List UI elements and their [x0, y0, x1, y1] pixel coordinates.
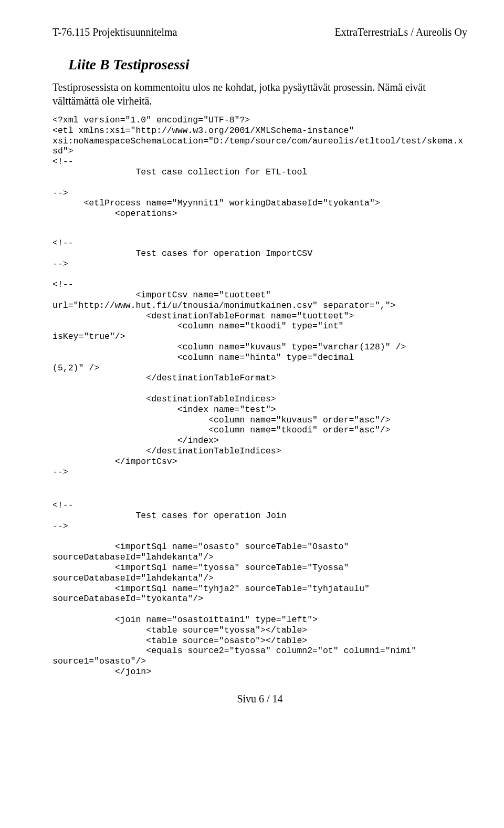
code-block-1: <?xml version="1.0" encoding="UTF-8"?> <…	[52, 115, 467, 219]
header-left: T-76.115 Projektisuunnitelma	[52, 26, 177, 38]
header-right: ExtraTerrestriaLs / Aureolis Oy	[335, 26, 467, 38]
code-block-3: <!-- Test cases for operation Join --> <…	[52, 500, 467, 677]
page-container: T-76.115 Projektisuunnitelma ExtraTerres…	[0, 0, 504, 726]
appendix-title: Liite B Testiprosessi	[68, 56, 467, 73]
intro-paragraph: Testiprosessista on kommentoitu ulos ne …	[52, 80, 467, 108]
code-block-2: <!-- Test cases for operation ImportCSV …	[52, 238, 467, 477]
page-header: T-76.115 Projektisuunnitelma ExtraTerres…	[52, 26, 467, 38]
page-footer: Sivu 6 / 14	[52, 693, 467, 705]
